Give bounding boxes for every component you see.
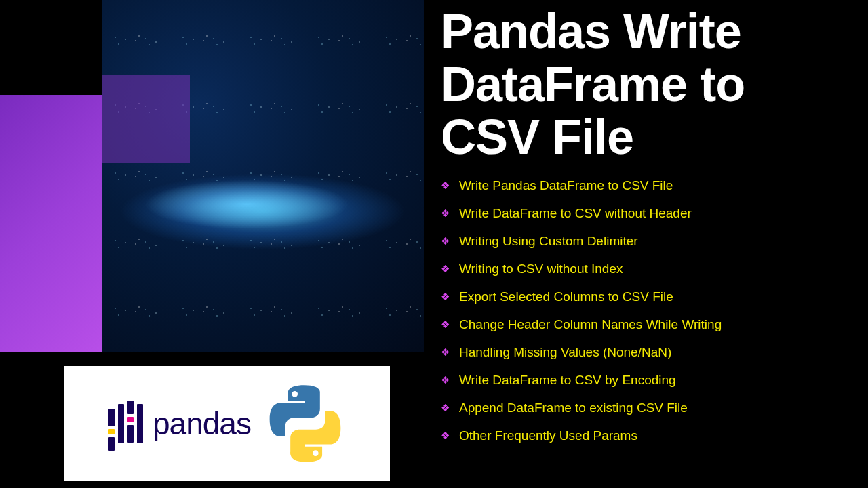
slide-title: Pandas Write DataFrame to CSV File (441, 5, 854, 163)
list-item: ❖Write DataFrame to CSV without Header (441, 206, 854, 221)
bullet-text: Write DataFrame to CSV by Encoding (459, 373, 676, 388)
purple-overlay-square (102, 75, 190, 163)
list-item: ❖Write Pandas DataFrame to CSV File (441, 178, 854, 193)
list-item: ❖Writing to CSV without Index (441, 262, 854, 277)
diamond-bullet-icon: ❖ (441, 263, 450, 275)
bullet-text: Handling Missing Values (None/NaN) (459, 345, 671, 360)
decorative-left-panel: pandas (0, 0, 424, 488)
diamond-bullet-icon: ❖ (441, 374, 450, 386)
diamond-bullet-icon: ❖ (441, 235, 450, 247)
diamond-bullet-icon: ❖ (441, 319, 450, 331)
logo-container: pandas (64, 366, 390, 481)
list-item: ❖Writing Using Custom Delimiter (441, 234, 854, 249)
bullet-text: Change Header Column Names While Writing (459, 317, 722, 332)
bullet-text: Export Selected Columns to CSV File (459, 289, 673, 304)
bullet-text: Other Frequently Used Params (459, 428, 637, 443)
pandas-logo: pandas (108, 397, 251, 450)
bullet-text: Write DataFrame to CSV without Header (459, 206, 692, 221)
diamond-bullet-icon: ❖ (441, 180, 450, 192)
diamond-bullet-icon: ❖ (441, 291, 450, 303)
list-item: ❖Other Frequently Used Params (441, 428, 854, 443)
diamond-bullet-icon: ❖ (441, 346, 450, 359)
list-item: ❖Append DataFrame to existing CSV File (441, 401, 854, 415)
content-panel: Pandas Write DataFrame to CSV File ❖Writ… (434, 0, 868, 488)
pandas-bars-icon (108, 397, 143, 450)
diamond-bullet-icon: ❖ (441, 430, 450, 442)
list-item: ❖Change Header Column Names While Writin… (441, 317, 854, 332)
blue-wave-background (102, 0, 424, 352)
bullet-text: Append DataFrame to existing CSV File (459, 401, 688, 415)
bullet-text: Write Pandas DataFrame to CSV File (459, 178, 673, 193)
pandas-wordmark: pandas (153, 405, 251, 442)
diamond-bullet-icon: ❖ (441, 402, 450, 414)
bullet-list: ❖Write Pandas DataFrame to CSV File ❖Wri… (441, 178, 854, 443)
bullet-text: Writing Using Custom Delimiter (459, 234, 638, 249)
list-item: ❖Handling Missing Values (None/NaN) (441, 345, 854, 360)
python-logo-icon (264, 383, 346, 464)
diamond-bullet-icon: ❖ (441, 207, 450, 220)
sparkle-overlay (102, 0, 424, 352)
list-item: ❖Write DataFrame to CSV by Encoding (441, 373, 854, 388)
list-item: ❖Export Selected Columns to CSV File (441, 289, 854, 304)
purple-block (0, 95, 102, 352)
bullet-text: Writing to CSV without Index (459, 262, 623, 277)
